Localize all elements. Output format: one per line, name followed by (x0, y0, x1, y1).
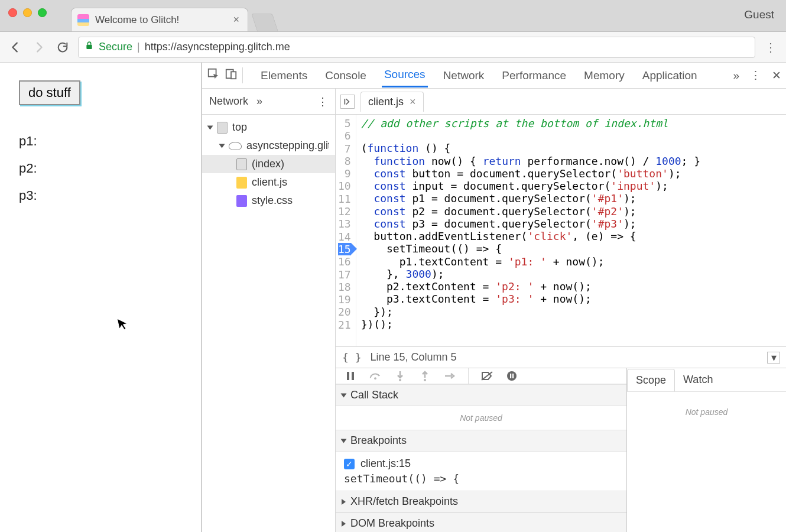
css-file-icon (236, 195, 247, 207)
breakpoints-body: ✓ client.js:15 setTimeout(() => { (336, 452, 626, 491)
reload-button[interactable] (54, 39, 71, 56)
editor-nav-icon[interactable] (340, 95, 355, 109)
tab-scope[interactable]: Scope (627, 369, 675, 391)
call-stack-header[interactable]: Call Stack (336, 384, 626, 406)
svg-rect-0 (86, 45, 92, 49)
tree-top[interactable]: top (202, 118, 335, 137)
debugger-pane: Call Stack Not paused Breakpoints ✓ clie… (336, 368, 786, 532)
chevron-down-icon (219, 144, 225, 148)
p2-text: p2: (19, 161, 182, 176)
secure-label: Secure (99, 41, 132, 53)
tab-watch[interactable]: Watch (675, 369, 721, 391)
navigator-selector[interactable]: Network (209, 95, 248, 108)
forward-button[interactable] (31, 39, 47, 56)
sources-navigator: Network » ⋮ top asyncstepping.glitch.me (202, 89, 336, 532)
tab-sources[interactable]: Sources (382, 63, 428, 87)
browser-toolbar: Secure | https://asyncstepping.glitch.me… (0, 32, 786, 63)
device-toolbar-icon[interactable] (225, 67, 238, 83)
breakpoint-item[interactable]: ✓ client.js:15 (344, 458, 618, 470)
address-bar[interactable]: Secure | https://asyncstepping.glitch.me (78, 37, 755, 58)
document-icon (236, 158, 247, 170)
navigator-overflow-icon[interactable]: » (256, 95, 262, 108)
deactivate-breakpoints-icon[interactable] (480, 369, 493, 382)
debugger-left: Call Stack Not paused Breakpoints ✓ clie… (336, 368, 627, 532)
cursor-position: Line 15, Column 5 (371, 351, 457, 364)
close-icon[interactable] (8, 8, 17, 17)
chevron-down-icon (341, 439, 347, 443)
chevron-right-icon (342, 499, 346, 505)
devtools-panel: Elements Console Sources Network Perform… (202, 63, 786, 532)
browser-tab[interactable]: Welcome to Glitch! × (71, 8, 248, 31)
navigator-menu-icon[interactable]: ⋮ (317, 95, 328, 108)
tabs-overflow-icon[interactable]: » (733, 69, 739, 82)
step-over-icon[interactable] (369, 369, 382, 382)
dom-breakpoints-header[interactable]: DOM Breakpoints (336, 512, 626, 532)
editor-tabs: client.js × (336, 89, 786, 115)
editor-statusbar: { } Line 15, Column 5 ▾ (336, 346, 786, 368)
do-stuff-button[interactable]: do stuff (19, 80, 80, 105)
navigator-header: Network » ⋮ (202, 89, 335, 115)
window-controls (8, 8, 47, 17)
p1-text: p1: (19, 134, 182, 149)
svg-rect-3 (231, 72, 236, 79)
maximize-icon[interactable] (38, 8, 47, 17)
file-style-css[interactable]: style.css (202, 192, 335, 210)
page-viewport: do stuff p1: p2: p3: (0, 63, 202, 532)
file-client-js[interactable]: client.js (202, 173, 335, 192)
file-index[interactable]: (index) (202, 155, 335, 173)
devtools-menu-icon[interactable]: ⋮ (750, 69, 761, 82)
svg-point-6 (374, 377, 376, 379)
close-file-icon[interactable]: × (410, 96, 416, 108)
browser-tabstrip: Welcome to Glitch! × (71, 0, 275, 31)
step-into-icon[interactable] (394, 369, 407, 382)
back-button[interactable] (7, 39, 24, 56)
tab-memory[interactable]: Memory (582, 64, 627, 87)
pause-icon[interactable] (344, 369, 357, 382)
p3-text: p3: (19, 188, 182, 203)
tab-network[interactable]: Network (441, 64, 487, 87)
tab-console[interactable]: Console (323, 64, 369, 87)
svg-rect-4 (347, 372, 349, 380)
scope-body: Not paused (627, 400, 786, 424)
browser-menu-icon[interactable]: ⋮ (762, 40, 779, 54)
code-editor[interactable]: 56789101112131415161718192021 // add oth… (336, 115, 786, 346)
tree-domain[interactable]: asyncstepping.glitch.me (202, 137, 335, 155)
tab-title: Welcome to Glitch! (95, 14, 227, 26)
tab-elements[interactable]: Elements (258, 64, 310, 87)
devtools-tabs: Elements Console Sources Network Perform… (202, 63, 786, 89)
svg-rect-11 (512, 374, 514, 378)
breakpoint-source: setTimeout(() => { (344, 472, 618, 485)
devtools-close-icon[interactable]: ✕ (772, 69, 781, 82)
url-separator: | (137, 41, 140, 53)
inspect-element-icon[interactable] (207, 67, 220, 83)
checkbox-checked-icon[interactable]: ✓ (344, 459, 355, 469)
lock-icon (85, 40, 94, 54)
editor-column: client.js × 5678910111213141516171819202… (336, 89, 786, 532)
scope-watch-tabs: Scope Watch (627, 368, 786, 392)
minimize-icon[interactable] (23, 8, 32, 17)
cloud-icon (229, 142, 242, 150)
coverage-toggle-icon[interactable]: ▾ (767, 352, 780, 364)
url-text: https://asyncstepping.glitch.me (145, 41, 290, 53)
chevron-right-icon (342, 521, 346, 527)
breakpoints-header[interactable]: Breakpoints (336, 430, 626, 452)
tab-application[interactable]: Application (640, 64, 700, 87)
window-icon (217, 122, 228, 134)
window-titlebar: Welcome to Glitch! × Guest (0, 0, 786, 32)
profile-label[interactable]: Guest (744, 8, 774, 21)
step-icon[interactable] (443, 369, 456, 382)
new-tab-button[interactable] (251, 14, 278, 31)
step-out-icon[interactable] (418, 369, 431, 382)
file-tree: top asyncstepping.glitch.me (index) clie… (202, 115, 335, 213)
code-content[interactable]: // add other scripts at the bottom of in… (356, 115, 705, 346)
svg-rect-5 (352, 372, 354, 380)
editor-tab-client-js[interactable]: client.js × (360, 92, 424, 112)
separator (468, 368, 469, 384)
close-tab-icon[interactable]: × (233, 14, 239, 26)
line-gutter[interactable]: 56789101112131415161718192021 (336, 115, 356, 346)
pause-on-exceptions-icon[interactable] (505, 369, 518, 382)
tab-performance[interactable]: Performance (499, 64, 569, 87)
xhr-breakpoints-header[interactable]: XHR/fetch Breakpoints (336, 491, 626, 512)
pretty-print-icon[interactable]: { } (342, 351, 362, 364)
debugger-right: Scope Watch Not paused (627, 368, 786, 532)
